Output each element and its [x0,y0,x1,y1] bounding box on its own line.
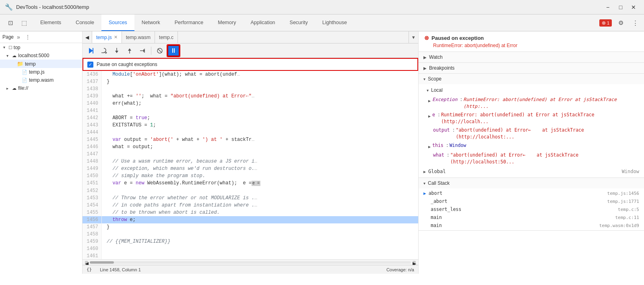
tree-item-temp-js[interactable]: 📄 temp.js [0,68,82,76]
chevron-right-icon: ▶ [428,143,431,150]
file-tab-temp-c[interactable]: temp.c [155,31,178,43]
scroll-right-arrow[interactable]: ▶ [413,261,416,264]
close-button[interactable]: ✕ [628,3,639,12]
svg-marker-5 [115,51,118,53]
cloud-icon: ☁ [12,86,17,91]
scope-item-output[interactable]: output: "abort(undefined) at Error← at j… [419,126,644,141]
code-line: 1450 // simply make the program stop. [83,172,418,180]
step-into-button[interactable] [111,45,123,56]
code-line: 1442 ABORT = true; [83,114,418,122]
scrollbar-track[interactable] [90,261,411,264]
code-area[interactable]: 1436 Module['onAbort'](what); what = abo… [83,71,418,259]
scrollbar-thumb[interactable] [90,261,114,264]
pause-exceptions-label[interactable]: Pause on caught exceptions [97,62,157,67]
call-item-_abort[interactable]: _abort temp.js:1771 [419,197,644,205]
pause-exceptions-checkbox[interactable]: ✓ [87,62,93,68]
tab-bar: ⊡ ⬚ Elements Console Sources Network Per… [0,14,644,31]
tab-lighthouse[interactable]: Lighthouse [315,14,354,31]
main-area: Page » ⋮ ▾ □ top ▾ ☁ localhost:5000 📁 te… [0,31,644,274]
scope-item-exception[interactable]: ▶ Exception: RuntimeError: abort(undefin… [419,95,644,111]
sidebar-menu-icon[interactable]: ⋮ [23,33,32,41]
file-tab-prev-icon[interactable]: ◀ [83,31,92,43]
resume-button[interactable] [85,45,97,56]
scope-item-this[interactable]: ▶ this: Window [419,141,644,151]
statusbar: {} Line 1458, Column 1 Coverage: n/a [83,265,418,274]
step-over-icon [101,48,107,54]
right-panel-scroll[interactable]: ⊗ Paused on exception RuntimeError: abor… [419,31,644,274]
sidebar: Page » ⋮ ▾ □ top ▾ ☁ localhost:5000 📁 te… [0,31,83,274]
call-item-main-1[interactable]: main temp.c:11 [419,213,644,221]
code-line: 1437 } [83,78,418,85]
chevron-right-icon: ▶ [428,97,431,104]
code-line: 1461 [83,252,418,259]
paused-error: RuntimeError: abort(undefined) at Error [424,43,638,48]
tab-elements[interactable]: Elements [33,14,68,31]
scope-section-header[interactable]: ▾ Scope [419,74,644,84]
more-tabs-icon[interactable]: ▾ [409,31,418,43]
minimize-button[interactable]: − [602,3,613,12]
file-tab-temp-wasm[interactable]: temp.wasm [122,31,155,43]
call-item-assert-less[interactable]: assert_less temp.c:5 [419,205,644,213]
error-badge[interactable]: ⊗ 1 [599,19,612,27]
code-line: 1459 // {{MEM_INITIALIZER}} [83,238,418,245]
step-over-button[interactable] [98,45,110,56]
call-item-abort[interactable]: ▶ abort temp.js:1456 [419,189,644,197]
scroll-left-arrow[interactable]: ◀ [85,261,88,264]
step-out-button[interactable] [124,45,136,56]
chevron-down-icon: ▾ [423,77,425,81]
scope-item-e[interactable]: ▶ e: RuntimeError: abort(undefined) at E… [419,111,644,126]
call-item-main-2[interactable]: main temp.wasm:0x1d9 [419,221,644,229]
code-line: 1443 EXITSTATUS = 1; [83,122,418,129]
maximize-button[interactable]: □ [615,3,626,12]
code-line: 1449 // exception, which means we'd run … [83,165,418,172]
tab-right-area: ⊗ 1 ⚙ ⋮ [599,14,644,31]
deactivate-breakpoints-button[interactable] [154,45,166,56]
breakpoints-section-header[interactable]: ▶ Breakpoints [419,63,644,73]
tab-console[interactable]: Console [68,14,101,31]
current-frame-icon: ▶ [423,191,426,196]
code-line: 1438 [83,85,418,93]
tab-application[interactable]: Application [243,14,282,31]
scope-item-what[interactable]: what: "abort(undefined) at Error← at jsS… [419,151,644,166]
file-tab-temp-js[interactable]: temp.js ✕ [92,31,122,43]
watch-section-header[interactable]: ▶ Watch [419,52,644,62]
tab-sources[interactable]: Sources [101,14,134,31]
call-stack-section: ▾ Call Stack ▶ abort temp.js:1456 _abort… [419,178,644,231]
tab-security[interactable]: Security [283,14,315,31]
local-section-header[interactable]: ▾ Local [419,85,644,95]
horizontal-scrollbar[interactable]: ◀ ▶ [83,259,418,265]
code-line: 1453 // Throw the error whether or not M… [83,194,418,202]
right-panel: ⊗ Paused on exception RuntimeError: abor… [419,31,644,274]
file-tab-right: ▾ [409,31,418,43]
pause-exceptions-button[interactable]: ⏸ [167,45,180,56]
more-options-icon[interactable]: ⋮ [630,17,641,29]
chevron-right-icon: ▶ [423,169,426,174]
close-tab-icon[interactable]: ✕ [114,35,118,40]
step-button[interactable] [136,45,149,56]
call-stack-header[interactable]: ▾ Call Stack [419,178,644,188]
tab-network[interactable]: Network [134,14,167,31]
global-section-header[interactable]: ▶ Global Window [419,166,644,177]
svg-line-12 [158,49,162,53]
settings-icon[interactable]: ⚙ [615,17,626,29]
tree-item-localhost[interactable]: ▾ ☁ localhost:5000 [0,52,82,60]
call-stack-content: ▶ abort temp.js:1456 _abort temp.js:1771… [419,188,644,230]
bracket-icon: {} [87,267,92,272]
tab-memory[interactable]: Memory [211,14,243,31]
svg-marker-0 [89,48,93,54]
tab-performance[interactable]: Performance [167,14,211,31]
wasm-file-icon: 📄 [22,78,27,83]
play-icon [88,48,94,54]
chevron-right-icon: ▶ [423,66,427,70]
tree-item-temp[interactable]: 📁 temp [0,60,82,68]
sidebar-more-icon[interactable]: » [15,33,22,41]
tree-item-top[interactable]: ▾ □ top [0,43,82,52]
cloud-icon: ☁ [12,53,17,58]
step-into-icon [114,48,120,54]
tree-item-file[interactable]: ▸ ☁ file:// [0,84,82,92]
inspect-icon[interactable]: ⊡ [5,17,16,29]
tree-item-temp-wasm[interactable]: 📄 temp.wasm [0,76,82,84]
code-line: 1445 var output = 'abort(' + what + ') a… [83,136,418,143]
device-mode-icon[interactable]: ⬚ [19,17,30,29]
error-icon: ⊗ [602,20,606,26]
